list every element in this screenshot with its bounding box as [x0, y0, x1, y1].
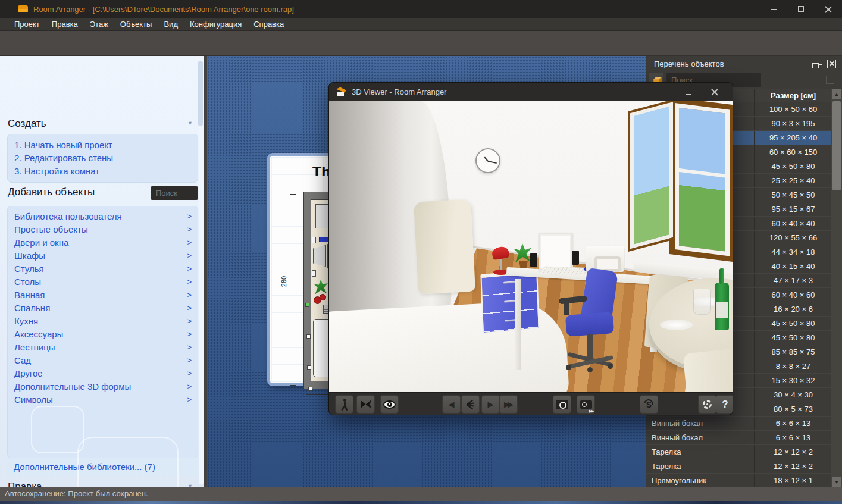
plan-lamp — [320, 294, 326, 300]
sidebar-category[interactable]: Сад > — [8, 353, 198, 367]
play-button[interactable]: ▶ — [481, 395, 500, 414]
object-size-cell: 80 × 5 × 73 — [755, 402, 832, 416]
sidebar-category[interactable]: Столы > — [8, 275, 198, 288]
chair-caster — [587, 367, 593, 372]
rotate-scene-button[interactable]: S — [640, 395, 658, 414]
app-sofa-icon — [18, 5, 28, 12]
object-size-cell: 15 × 30 × 32 — [755, 374, 832, 387]
sidebar-category[interactable]: Библиотека пользователя > — [8, 209, 198, 223]
sidebar-category[interactable]: Шкафы > — [8, 249, 198, 262]
category-label: Дополнительные 3D формы — [14, 381, 131, 392]
wine-bottle — [715, 283, 729, 330]
look-mode-button[interactable] — [380, 395, 399, 414]
sidebar-category[interactable]: Аксессуары > — [8, 327, 198, 340]
sidebar-scrollbar[interactable] — [199, 57, 204, 484]
chevron-right-icon: > — [187, 382, 192, 391]
sidebar-category[interactable]: Стулья > — [8, 262, 198, 275]
sidebar-category[interactable]: Символы > — [8, 393, 198, 406]
selection-handle[interactable] — [306, 334, 311, 339]
category-label: Простые объекты — [14, 224, 88, 234]
object-size-cell: 6 × 6 × 13 — [755, 417, 832, 430]
chevron-right-icon: > — [187, 395, 192, 404]
menu-item[interactable]: Вид — [158, 18, 184, 31]
walk-mode-button[interactable] — [335, 395, 353, 414]
fast-forward-button[interactable]: ▶▶ — [499, 395, 518, 414]
speaker — [572, 251, 579, 265]
3d-canvas[interactable] — [329, 101, 733, 392]
maximize-icon — [798, 6, 804, 12]
collapse-create-icon[interactable]: ▼ — [187, 120, 193, 126]
scroll-up-button[interactable]: ▲ — [832, 89, 841, 99]
search-button[interactable]: Поиск — [151, 186, 198, 200]
application-window: Room Arranger - [C:\Users\DTore\Document… — [0, 0, 842, 504]
chevron-right-icon: > — [187, 290, 192, 299]
close-button[interactable] — [815, 0, 842, 18]
panel-close-button[interactable] — [827, 60, 836, 68]
sidebar-category[interactable]: Ванная > — [8, 288, 198, 301]
chevron-right-icon: > — [187, 343, 192, 352]
selection-handle[interactable] — [308, 387, 312, 391]
sidebar-scroll-thumb[interactable] — [198, 61, 203, 126]
step-back-button[interactable]: ◀ — [442, 395, 461, 414]
open-window-sash — [630, 102, 673, 249]
table-row[interactable]: Винный бокал 6 × 6 × 13 — [646, 417, 832, 431]
menu-item[interactable]: Объекты — [114, 18, 158, 31]
object-size-cell: 95 × 15 × 67 — [755, 202, 832, 216]
status-text: Автосохранение: Проект был сохранен. — [5, 489, 148, 498]
viewer-help-button[interactable]: ? — [716, 395, 733, 414]
menu-item[interactable]: Конфигурация — [184, 18, 248, 31]
scroll-thumb[interactable] — [832, 101, 841, 190]
selection-handle[interactable] — [307, 365, 311, 370]
table-row[interactable]: Тарелка 12 × 12 × 2 — [646, 445, 832, 459]
viewer-settings-button[interactable] — [698, 395, 716, 414]
panel-corner-button[interactable] — [826, 76, 834, 84]
record-video-button[interactable]: ▶▶ — [577, 395, 595, 414]
create-step-link[interactable]: 2. Редактировать стены — [8, 152, 198, 165]
object-size-cell: 95 × 205 × 40 — [755, 131, 832, 145]
object-size-cell: 40 × 15 × 40 — [755, 259, 832, 273]
table-row[interactable]: Прямоугольник 18 × 12 × 1 — [646, 474, 832, 487]
eye-icon — [383, 400, 396, 409]
sidebar-category[interactable]: Другое > — [8, 367, 198, 380]
create-step-link[interactable]: 1. Начать новый проект — [8, 139, 198, 152]
table-row[interactable]: Тарелка 12 × 12 × 2 — [646, 459, 832, 474]
sidebar-category[interactable]: Простые объекты > — [8, 223, 198, 236]
panel-float-button[interactable] — [812, 60, 822, 68]
scroll-down-button[interactable]: ▼ — [832, 477, 841, 487]
sidebar-category[interactable]: Двери и окна > — [8, 236, 198, 249]
chevron-right-icon: > — [187, 277, 192, 286]
jump-to-camera-button[interactable] — [461, 395, 480, 414]
create-steps-box: 1. Начать новый проект2. Редактировать с… — [7, 134, 198, 183]
menu-item[interactable]: Правка — [46, 18, 84, 31]
menu-item[interactable]: Проект — [8, 18, 46, 31]
size-column-header[interactable]: Размер [см] — [755, 89, 832, 102]
selection-handle[interactable] — [305, 303, 309, 307]
category-label: Лестницы — [14, 342, 55, 352]
screenshot-button[interactable] — [553, 395, 571, 414]
maximize-button[interactable] — [787, 0, 815, 18]
menu-item[interactable]: Этаж — [84, 18, 114, 31]
fly-mode-button[interactable] — [356, 395, 375, 414]
sidebar-category[interactable]: Лестницы > — [8, 340, 198, 353]
table-row[interactable]: Винный бокал 6 × 6 × 13 — [646, 431, 832, 445]
object-size-cell: 100 × 50 × 60 — [755, 102, 832, 116]
minimize-button[interactable] — [760, 0, 787, 18]
panel-scrollbar[interactable]: ▲ ▼ — [831, 89, 842, 487]
object-size-cell: 44 × 34 × 18 — [755, 245, 832, 259]
office-chair-column — [587, 334, 593, 359]
create-step-link[interactable]: 3. Настройка комнат — [8, 165, 198, 178]
sidebar-category[interactable]: Дополнительные 3D формы > — [8, 380, 198, 393]
menu-item[interactable]: Справка — [248, 18, 290, 31]
viewer-maximize-button[interactable] — [675, 83, 702, 101]
chevron-right-icon: > — [187, 330, 192, 339]
sidebar-category[interactable]: Спальня > — [8, 301, 198, 314]
sidebar-category[interactable]: Кухня > — [8, 314, 198, 327]
category-label: Символы — [14, 395, 53, 405]
rotate-icon: S — [643, 399, 655, 411]
object-size-cell: 45 × 50 × 80 — [755, 159, 832, 173]
viewer-minimize-button[interactable] — [649, 83, 675, 101]
desktop-wallpaper-strip — [0, 501, 842, 504]
play-icon: ▶ — [488, 400, 494, 409]
category-label: Спальня — [14, 303, 50, 313]
viewer-close-button[interactable] — [702, 83, 728, 101]
